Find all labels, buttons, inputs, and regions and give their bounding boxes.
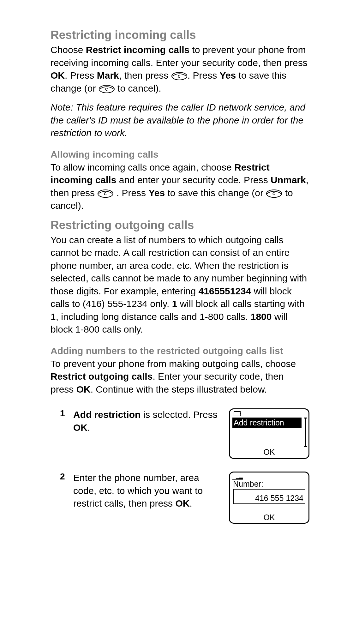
text-bold: Yes <box>220 70 236 81</box>
manual-page: Restricting incoming calls Choose Restri… <box>0 0 341 644</box>
text: . Press <box>65 70 97 81</box>
c-key-icon <box>266 189 282 198</box>
text: To prevent your phone from making outgoi… <box>51 358 296 369</box>
heading-restrict-outgoing: Restricting outgoing calls <box>51 219 309 232</box>
step-text: Enter the phone number, area code, etc. … <box>73 472 223 510</box>
text-bold: Unmark <box>271 175 306 185</box>
text-bold: OK <box>51 70 65 81</box>
text: . Press <box>114 188 148 198</box>
highlighted-item: Add restriction <box>232 418 302 428</box>
paragraph: Choose Restrict incoming calls to preven… <box>51 44 309 95</box>
c-key-icon <box>99 84 115 94</box>
paragraph: You can create a list of numbers to whic… <box>51 234 309 336</box>
phone-screen: Add restriction OK <box>229 408 309 459</box>
number-field: 416 555 1234 <box>233 489 305 504</box>
text-bold: 1 <box>172 298 177 309</box>
text-bold: OK <box>175 498 189 509</box>
number-value: 416 555 1234 <box>255 494 303 503</box>
text-bold: OK <box>73 422 87 433</box>
field-label: Number: <box>233 479 263 489</box>
paragraph: To prevent your phone from making outgoi… <box>51 358 309 396</box>
phone-screen: ▁▂▃ Number: 416 555 1234 OK <box>229 472 309 524</box>
text-bold: Yes <box>148 188 165 198</box>
text: to save this change (or <box>165 188 266 198</box>
text-bold: 4165551234 <box>199 286 251 296</box>
step-2: 2 Enter the phone number, area code, etc… <box>51 472 309 524</box>
step-number: 2 <box>60 472 68 482</box>
step-number: 1 <box>60 408 68 418</box>
c-key-icon <box>171 71 188 81</box>
text: and enter your security code. Press <box>116 175 271 185</box>
signal-icon: ▁▂▃ <box>232 474 243 479</box>
subheading-adding-numbers: Adding numbers to the restricted outgoin… <box>51 346 309 356</box>
subheading-allowing-incoming: Allowing incoming calls <box>51 149 309 160</box>
text: is selected. Press <box>141 409 217 420</box>
text: . Press <box>188 70 220 81</box>
battery-icon <box>234 411 241 416</box>
step-1: 1 Add restriction is selected. Press OK.… <box>51 408 309 459</box>
text-bold: Mark <box>97 70 119 81</box>
text-bold: Add restriction <box>73 409 141 420</box>
softkey-label: OK <box>230 513 308 522</box>
figure-add-restriction: Add restriction OK <box>229 408 309 459</box>
text: . <box>189 498 192 509</box>
text: To allow incoming calls once again, choo… <box>51 162 234 172</box>
c-key-icon <box>97 189 114 198</box>
figure-number-entry: ▁▂▃ Number: 416 555 1234 OK <box>229 472 309 524</box>
text: , then press <box>119 70 171 81</box>
paragraph: To allow incoming calls once again, choo… <box>51 161 309 212</box>
step-text: Add restriction is selected. Press OK. <box>73 408 223 434</box>
text: . <box>87 422 90 433</box>
text-bold: Restrict outgoing calls <box>51 371 153 382</box>
note: Note: This feature requires the caller I… <box>51 101 309 140</box>
text-bold: OK <box>76 384 91 394</box>
scrollbar-icon <box>305 418 306 447</box>
heading-restrict-incoming: Restricting incoming calls <box>51 28 309 42</box>
text: Choose <box>51 45 86 55</box>
text: to cancel). <box>115 83 161 93</box>
text-bold: Restrict incoming calls <box>86 45 189 55</box>
softkey-label: OK <box>230 448 308 457</box>
text: . Continue with the steps illustrated be… <box>91 384 267 394</box>
text-bold: 1800 <box>251 311 272 322</box>
